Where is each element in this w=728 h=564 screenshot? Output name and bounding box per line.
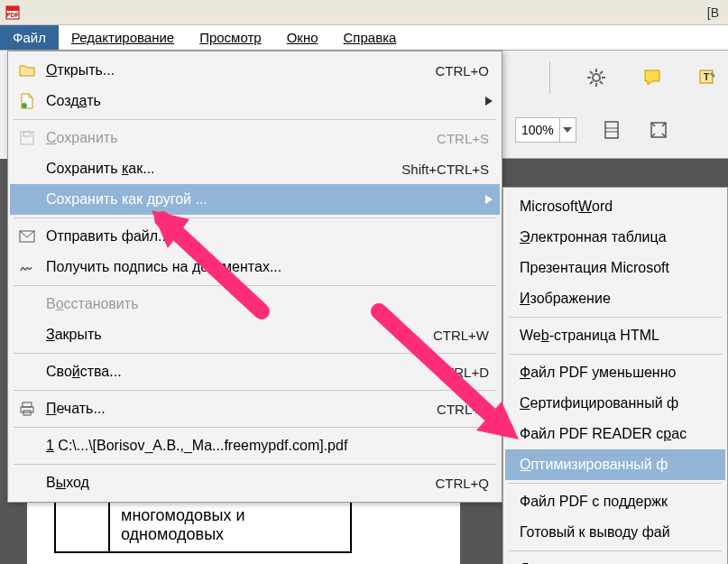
menu-properties[interactable]: Свойства... CTRL+D	[10, 356, 500, 387]
gear-icon[interactable]	[585, 66, 608, 89]
svg-line-9	[600, 81, 603, 84]
window-title: [В	[25, 5, 723, 20]
menu-separator	[14, 217, 496, 218]
submenu-reader-pdf[interactable]: Файл PDF READER с рас	[505, 419, 725, 449]
menu-separator	[14, 390, 496, 391]
submenu-certified-pdf[interactable]: Сертифицированный ф	[505, 388, 725, 419]
submenu-spreadsheet[interactable]: Электронная таблица	[505, 222, 725, 253]
menu-close[interactable]: Закрыть CTRL+W	[10, 319, 500, 350]
toolbar: T 100%	[502, 51, 728, 159]
menu-separator	[14, 427, 496, 428]
submenu-other[interactable]: Другое	[505, 554, 725, 564]
menu-view[interactable]: Просмотр	[187, 25, 274, 50]
chevron-down-icon[interactable]	[559, 118, 576, 142]
menu-exit[interactable]: Выход CTRL+Q	[10, 467, 500, 498]
submenu-arrow-icon	[485, 191, 493, 208]
menu-separator	[14, 285, 496, 286]
menubar: Файл Редактирование Просмотр Окно Справк…	[0, 25, 728, 51]
svg-rect-1	[6, 6, 19, 11]
submenu-image[interactable]: Изображение	[505, 283, 725, 314]
menu-save: Сохранить CTRL+S	[10, 123, 500, 153]
menu-separator	[14, 353, 496, 354]
table-cell-text: многомодовых и одномодовых	[109, 498, 351, 552]
svg-line-11	[600, 71, 603, 74]
file-menu-dropdown: ООткрыть...ткрыть... CTRL+O Создать Сохр…	[7, 51, 502, 503]
svg-rect-19	[21, 132, 33, 144]
submenu-press-ready[interactable]: Готовый к выводу фай	[505, 517, 725, 548]
submenu-arrow-icon	[485, 93, 493, 109]
svg-rect-20	[23, 132, 31, 136]
menu-separator	[14, 464, 496, 465]
svg-rect-23	[21, 407, 33, 412]
menu-separator	[14, 119, 496, 120]
submenu-optimized-pdf[interactable]: Оптимизированный ф	[505, 449, 725, 480]
zoom-combo[interactable]: 100%	[515, 117, 576, 143]
toolbar-separator	[549, 61, 550, 94]
submenu-html[interactable]: Web-страница HTML	[505, 320, 725, 351]
scroll-mode-icon[interactable]	[600, 118, 623, 142]
menu-separator	[509, 550, 722, 551]
zoom-value: 100%	[516, 123, 559, 137]
new-file-icon	[17, 91, 37, 111]
svg-line-10	[590, 81, 593, 84]
menu-send-file[interactable]: Отправить файл...	[10, 221, 500, 252]
svg-point-18	[22, 103, 27, 108]
menu-separator	[509, 354, 722, 355]
menu-edit[interactable]: Редактирование	[59, 25, 187, 50]
comment-icon[interactable]	[640, 66, 664, 89]
submenu-reduced-pdf[interactable]: Файл PDF уменьшенно	[505, 357, 725, 388]
submenu-powerpoint[interactable]: Презентация Microsoft	[505, 253, 725, 283]
svg-text:PDF: PDF	[6, 12, 20, 18]
menu-open[interactable]: ООткрыть...ткрыть... CTRL+O	[10, 55, 500, 86]
menu-create[interactable]: Создать	[10, 86, 500, 116]
folder-open-icon	[17, 60, 37, 80]
fit-page-icon[interactable]	[647, 118, 670, 142]
menu-file[interactable]: Файл	[0, 25, 59, 50]
menu-print[interactable]: Печать... CTRL+P	[10, 393, 500, 424]
shortcut: CTRL+O	[435, 63, 489, 79]
pdf-app-icon: PDF	[5, 5, 20, 20]
svg-line-8	[590, 71, 593, 74]
svg-point-3	[593, 74, 600, 81]
window-titlebar: PDF [В	[0, 0, 728, 25]
signature-icon	[17, 257, 37, 277]
menu-get-signature[interactable]: Получить подпись на документах...	[10, 252, 500, 282]
svg-rect-14	[605, 122, 618, 138]
svg-text:T: T	[704, 71, 710, 82]
svg-rect-22	[23, 402, 32, 407]
mail-icon	[17, 227, 37, 246]
menu-separator	[509, 317, 722, 318]
menu-window[interactable]: Окно	[274, 25, 331, 50]
menu-restore: Восстановить	[10, 289, 500, 319]
menu-save-as-other[interactable]: Сохранить как другой ...	[10, 184, 500, 215]
submenu-word[interactable]: Microsoft Word	[505, 191, 725, 222]
menu-recent-file[interactable]: 1 C:\...\[Borisov_A.B.,_Ma...freemypdf.c…	[10, 430, 500, 461]
menu-separator	[509, 483, 722, 484]
menu-save-as[interactable]: Сохранить как... Shift+CTRL+S	[10, 153, 500, 184]
text-edit-icon[interactable]: T	[696, 66, 720, 89]
save-icon	[17, 128, 37, 148]
print-icon	[17, 399, 37, 419]
save-as-other-submenu: Microsoft Word Электронная таблица Презе…	[502, 187, 728, 564]
submenu-archive-pdf[interactable]: Файл PDF с поддержк	[505, 486, 725, 517]
menu-help[interactable]: Справка	[331, 25, 410, 50]
